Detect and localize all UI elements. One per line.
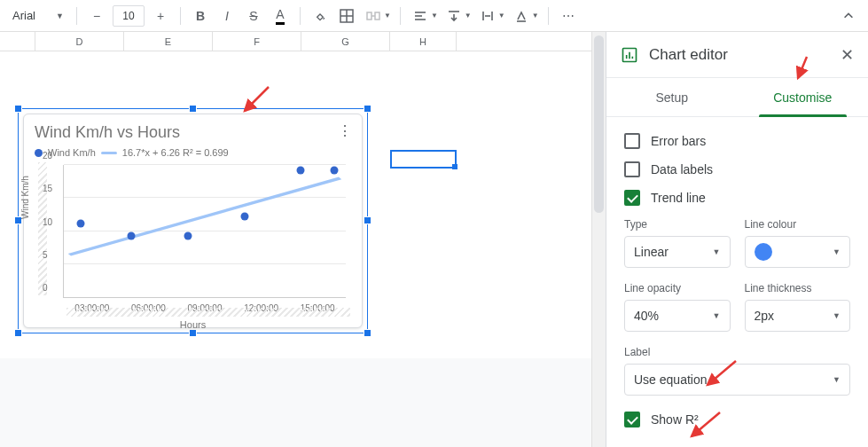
col-header[interactable]: E (124, 32, 213, 51)
svg-rect-4 (375, 12, 379, 20)
active-cell[interactable] (390, 150, 457, 169)
x-axis-hatch (66, 308, 350, 317)
font-size-increase[interactable]: + (148, 4, 173, 28)
data-point (331, 166, 339, 174)
v-align-button[interactable] (442, 4, 466, 28)
resize-handle[interactable] (189, 105, 197, 113)
y-tick: 0 (43, 283, 48, 293)
line-colour-select[interactable]: ▼ (745, 236, 851, 268)
sidebar-header: Chart editor ✕ (606, 32, 868, 78)
resize-handle[interactable] (364, 329, 371, 337)
tab-customise[interactable]: Customise (738, 78, 869, 116)
chevron-down-icon: ▼ (713, 247, 721, 256)
text-rotation-button[interactable] (509, 4, 534, 28)
chevron-down-icon: ▼ (56, 12, 64, 20)
text-wrap-button[interactable] (475, 4, 500, 28)
chevron-down-icon: ▼ (833, 311, 841, 320)
strikethrough-button[interactable]: S (241, 4, 266, 28)
y-tick: 5 (43, 249, 48, 259)
data-point (128, 232, 136, 240)
chevron-down-icon: ▼ (532, 12, 539, 20)
borders-button[interactable] (334, 4, 359, 28)
data-point (184, 232, 192, 240)
chevron-down-icon: ▼ (713, 311, 721, 320)
out-of-grid-area (0, 358, 606, 447)
legend-series-label: Wind Km/h (48, 147, 96, 158)
trend-type-select[interactable]: Linear ▼ (624, 236, 731, 268)
bold-button[interactable]: B (188, 4, 213, 28)
chevron-down-icon: ▼ (431, 12, 438, 20)
more-button[interactable]: ⋯ (556, 4, 581, 28)
select-value: 2px (755, 309, 775, 323)
tab-setup[interactable]: Setup (606, 78, 738, 116)
data-point (240, 213, 248, 221)
line-colour-label: Line colour (745, 218, 851, 231)
separator (548, 7, 549, 25)
chevron-down-icon: ▼ (498, 12, 505, 20)
y-axis-hatch (38, 162, 47, 295)
font-size-input[interactable]: 10 (113, 5, 145, 27)
color-swatch-icon (755, 243, 772, 261)
data-point (77, 219, 85, 227)
col-header[interactable]: G (301, 32, 390, 51)
chevron-down-icon: ▼ (833, 247, 841, 256)
svg-rect-3 (367, 12, 371, 20)
close-button[interactable]: ✕ (841, 45, 854, 65)
legend-trend-icon (101, 152, 117, 154)
spreadsheet-grid[interactable]: D E F G H ⋮ Wind Km/h vs Hours Wind Km/ (0, 32, 606, 447)
checkbox-icon (624, 133, 640, 149)
data-labels-checkbox[interactable]: Data labels (624, 161, 850, 177)
separator (400, 7, 401, 25)
col-header[interactable]: H (390, 32, 457, 51)
h-align-button[interactable] (408, 4, 433, 28)
y-tick: 15 (43, 184, 52, 193)
separator (76, 7, 77, 25)
merge-cells-button[interactable] (361, 4, 386, 28)
italic-button[interactable]: I (215, 4, 239, 28)
sidebar-tabs: Setup Customise (606, 78, 868, 117)
chart-selection-box[interactable]: ⋮ Wind Km/h vs Hours Wind Km/h 16.7*x + … (18, 108, 368, 333)
fill-color-button[interactable] (308, 4, 332, 28)
chart-plot-area: 0 5 10 15 20 03:00:00 06:00:00 09:00:00 … (63, 165, 346, 298)
trendline (64, 165, 346, 297)
chart-icon (621, 46, 638, 64)
chart[interactable]: ⋮ Wind Km/h vs Hours Wind Km/h 16.7*x + … (23, 114, 363, 328)
label-select[interactable]: Use equation ▼ (624, 364, 850, 396)
line-opacity-select[interactable]: 40% ▼ (624, 300, 731, 332)
chart-menu-button[interactable]: ⋮ (335, 122, 355, 141)
line-thickness-select[interactable]: 2px ▼ (745, 300, 851, 332)
resize-handle[interactable] (364, 105, 371, 113)
chart-editor-panel: Chart editor ✕ Setup Customise Error bar… (606, 32, 868, 447)
resize-handle[interactable] (189, 329, 197, 337)
chart-title: Wind Km/h vs Hours (35, 123, 351, 142)
show-r2-checkbox[interactable]: Show R² (624, 412, 850, 427)
line-thickness-label: Line thickness (745, 282, 851, 294)
y-tick: 20 (43, 151, 52, 161)
legend-marker-icon (35, 149, 43, 157)
chevron-down-icon: ▼ (833, 375, 841, 384)
line-opacity-label: Line opacity (624, 282, 731, 294)
col-header[interactable]: D (35, 32, 124, 51)
col-header[interactable]: F (213, 32, 301, 51)
font-picker[interactable]: Arial ▼ (7, 5, 69, 27)
resize-handle[interactable] (14, 329, 22, 337)
collapse-toolbar-button[interactable] (836, 4, 861, 28)
font-name: Arial (12, 9, 35, 22)
resize-handle[interactable] (14, 105, 22, 113)
sidebar-title: Chart editor (649, 46, 841, 64)
trend-line-checkbox[interactable]: Trend line (624, 190, 850, 206)
sidebar-body: Error bars Data labels Trend line Type L… (606, 117, 868, 447)
select-value: Use equation (634, 372, 708, 387)
vertical-scrollbar[interactable] (591, 32, 606, 447)
checkbox-label: Error bars (651, 134, 706, 148)
resize-handle[interactable] (364, 216, 371, 224)
error-bars-checkbox[interactable]: Error bars (624, 133, 850, 149)
font-size-decrease[interactable]: − (84, 4, 109, 28)
font-size-value: 10 (122, 10, 134, 22)
text-color-button[interactable]: A (268, 4, 293, 28)
type-label: Type (624, 218, 731, 231)
checkbox-label: Show R² (651, 412, 699, 427)
separator (180, 7, 181, 25)
scrollbar-thumb[interactable] (594, 35, 604, 213)
svg-line-12 (69, 178, 340, 255)
